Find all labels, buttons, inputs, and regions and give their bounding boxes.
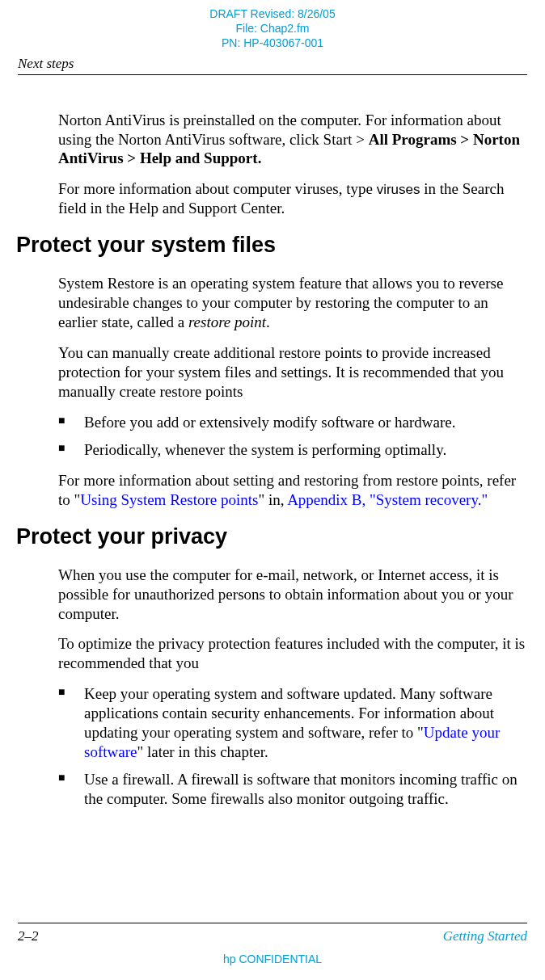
heading-protect-privacy: Protect your privacy xyxy=(16,524,527,549)
section-header: Next steps xyxy=(0,51,545,74)
text-italic: restore point xyxy=(188,313,266,330)
paragraph-antivirus-intro: Norton AntiVirus is preinstalled on the … xyxy=(58,111,527,169)
link-appendix-b[interactable]: Appendix B, "System recovery." xyxy=(287,491,488,508)
draft-line-2: File: Chap2.fm xyxy=(0,21,545,36)
footer-rule xyxy=(18,923,527,923)
text: For more information about computer viru… xyxy=(58,180,377,197)
draft-line-1: DRAFT Revised: 8/26/05 xyxy=(0,6,545,21)
paragraph-restore-points: You can manually create additional resto… xyxy=(58,343,527,402)
footer-confidential: hp CONFIDENTIAL xyxy=(0,953,545,965)
paragraph-restore-refer: For more information about setting and r… xyxy=(58,471,527,510)
text: " in, xyxy=(258,491,287,508)
list-item: Use a firewall. A firewall is software t… xyxy=(58,770,527,809)
list-item: Before you add or extensively modify sof… xyxy=(58,413,527,432)
page-footer: 2–2 Getting Started hp CONFIDENTIAL xyxy=(0,923,545,965)
text: System Restore is an operating system fe… xyxy=(58,275,503,330)
paragraph-viruses-search: For more information about computer viru… xyxy=(58,179,527,218)
link-system-restore-points[interactable]: Using System Restore points xyxy=(80,491,258,508)
text: " later in this chapter. xyxy=(137,743,268,760)
footer-page-number: 2–2 xyxy=(18,928,39,944)
draft-header: DRAFT Revised: 8/26/05 File: Chap2.fm PN… xyxy=(0,0,545,51)
paragraph-privacy-intro: When you use the computer for e-mail, ne… xyxy=(58,566,527,624)
heading-protect-system-files: Protect your system files xyxy=(16,233,527,258)
paragraph-privacy-optimize: To optimize the privacy protection featu… xyxy=(58,634,527,673)
draft-line-3: PN: HP-403067-001 xyxy=(0,36,545,50)
paragraph-system-restore: System Restore is an operating system fe… xyxy=(58,274,527,332)
text-mono: viruses xyxy=(377,182,420,197)
text: . xyxy=(266,313,270,330)
list-item: Periodically, whenever the system is per… xyxy=(58,440,527,460)
list-item: Keep your operating system and software … xyxy=(58,684,527,762)
bullet-list-privacy: Keep your operating system and software … xyxy=(58,684,527,809)
footer-doc-title: Getting Started xyxy=(443,928,527,944)
bullet-list-restore: Before you add or extensively modify sof… xyxy=(58,413,527,460)
main-content: Norton AntiVirus is preinstalled on the … xyxy=(0,75,545,809)
